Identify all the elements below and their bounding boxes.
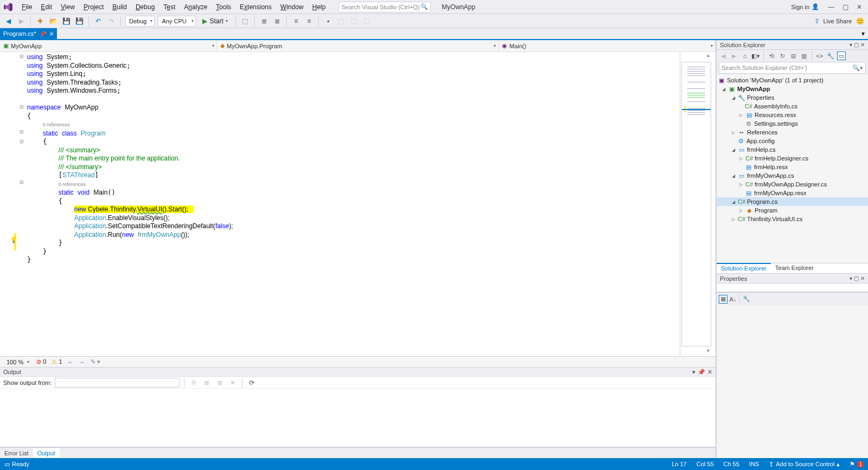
tree-frmhelp-designer[interactable]: ▷C#frmHelp.Designer.cs <box>717 154 868 163</box>
menu-tools[interactable]: Tools <box>212 2 235 12</box>
tb-b[interactable]: ≣ <box>259 16 269 26</box>
tb-h[interactable]: ⬚ <box>349 16 359 26</box>
menu-view[interactable]: View <box>56 2 79 12</box>
props-categorized[interactable]: ▦ <box>719 295 727 304</box>
scroll-up-icon[interactable]: ▴ <box>704 52 712 61</box>
pin-icon[interactable]: 📌 <box>698 369 705 376</box>
menu-window[interactable]: Window <box>276 2 308 12</box>
menu-debug[interactable]: Debug <box>131 2 159 12</box>
se-home[interactable]: ⌂ <box>741 51 749 60</box>
source-control-button[interactable]: ↥Add to Source Control ▴ <box>769 461 840 468</box>
errors-indicator[interactable]: ⊘ 0 <box>36 358 46 365</box>
sign-in-button[interactable]: Sign in👤 <box>791 3 819 10</box>
tree-settings[interactable]: ⚙Settings.settings <box>717 119 868 128</box>
se-sync[interactable]: ⟲ <box>767 51 776 60</box>
fold-icon[interactable]: ⊟ <box>20 139 24 144</box>
props-pages[interactable]: 🔧 <box>742 295 751 304</box>
props-alphabetical[interactable]: A↓ <box>729 295 737 304</box>
close-button[interactable]: ✕ <box>853 2 866 12</box>
tab-output[interactable]: Output <box>33 448 60 458</box>
out-btn-c[interactable]: ≣ <box>215 378 225 388</box>
tree-references[interactable]: ▷▪▪References <box>717 128 868 137</box>
out-btn-d[interactable]: ✕ <box>228 378 238 388</box>
out-btn-a[interactable]: ⎘ <box>189 378 199 388</box>
props-object-combo[interactable] <box>717 284 868 292</box>
code-editor[interactable]: 💡 ⊟ ⊟ ⊟ ⊟ ⊟ using System; using System.C… <box>0 52 716 356</box>
solution-explorer-search[interactable]: Search Solution Explorer (Ctrl+') 🔍▾ <box>719 62 866 74</box>
dropdown-icon[interactable]: ▾ <box>850 42 852 48</box>
nav-class-combo[interactable]: ◆MyOwnApp.Program <box>217 40 499 51</box>
expander-icon[interactable]: ◢ <box>731 95 736 100</box>
tb-e[interactable]: ≡ <box>304 16 314 26</box>
menu-help[interactable]: Help <box>308 2 330 12</box>
out-btn-e[interactable]: ⟳ <box>247 378 257 388</box>
expander-icon[interactable]: ▷ <box>738 113 744 118</box>
tree-frmhelp-resx[interactable]: ▤frmHelp.resx <box>717 163 868 171</box>
code-minimap[interactable]: ▴ ▾ <box>680 52 712 356</box>
prev-issue-button[interactable]: ← <box>68 359 74 365</box>
menu-project[interactable]: Project <box>79 2 108 12</box>
se-scope[interactable]: ◧▾ <box>751 51 760 60</box>
live-share-button[interactable]: Live Share <box>823 18 852 24</box>
nav-member-combo[interactable]: ◉Main() <box>499 40 716 51</box>
minimize-button[interactable]: — <box>825 2 838 12</box>
tab-overflow-button[interactable]: ▾ <box>858 28 868 39</box>
se-fwd[interactable]: ▶ <box>730 51 738 60</box>
quick-search-input[interactable]: Search Visual Studio (Ctrl+Q) 🔍 <box>339 2 431 12</box>
lightbulb-icon[interactable]: 💡 <box>10 236 17 243</box>
tb-a[interactable]: ⬚ <box>240 16 250 26</box>
nav-fwd-button[interactable]: ▶ <box>16 16 26 26</box>
close-pane-icon[interactable]: ✕ <box>860 275 865 281</box>
tree-frmown-resx[interactable]: ▤frmMyOwnApp.resx <box>717 189 868 197</box>
scroll-down-icon[interactable]: ▾ <box>704 347 712 356</box>
tb-c[interactable]: ≣ <box>272 16 282 26</box>
next-issue-button[interactable]: → <box>79 359 85 365</box>
tb-g[interactable]: ⬚ <box>336 16 346 26</box>
menu-analyze[interactable]: Analyze <box>180 2 212 12</box>
new-project-button[interactable]: ✚ <box>35 16 45 26</box>
tree-program-class[interactable]: ▷◆Program <box>717 206 868 215</box>
expander-icon[interactable]: ◢ <box>731 199 736 204</box>
se-collapse[interactable]: ⊟ <box>789 51 797 60</box>
tb-f[interactable]: ▪ <box>323 16 333 26</box>
expander-icon[interactable]: ◢ <box>731 173 736 178</box>
properties-header[interactable]: Properties ▾▢✕ <box>717 274 868 284</box>
menu-file[interactable]: File <box>17 2 36 12</box>
expander-icon[interactable]: ◢ <box>731 147 736 152</box>
menu-build[interactable]: Build <box>108 2 131 12</box>
menu-edit[interactable]: Edit <box>36 2 56 12</box>
start-debug-button[interactable]: ▶Start▾ <box>199 16 231 27</box>
maximize-button[interactable]: ▢ <box>839 2 852 12</box>
feedback-button[interactable]: 🙂 <box>855 16 865 26</box>
se-back[interactable]: ◀ <box>719 51 727 60</box>
tree-frmown[interactable]: ◢▭frmMyOwnApp.cs <box>717 171 868 180</box>
close-tab-icon[interactable]: ✕ <box>49 31 54 37</box>
solution-explorer-header[interactable]: Solution Explorer ▾▢✕ <box>717 40 868 50</box>
expander-icon[interactable]: ▷ <box>731 130 736 135</box>
menu-extensions[interactable]: Extensions <box>235 2 276 12</box>
tree-thinfinity[interactable]: ▷C#Thinfinity.VirtualUI.cs <box>717 215 868 223</box>
expander-icon[interactable]: ▷ <box>738 156 744 161</box>
tree-appconfig[interactable]: ⚙App.config <box>717 137 868 145</box>
tb-d[interactable]: ≡ <box>291 16 301 26</box>
out-btn-b[interactable]: ≣ <box>202 378 212 388</box>
pin-icon[interactable]: ▢ <box>854 42 859 48</box>
fold-icon[interactable]: ⊟ <box>20 129 24 134</box>
output-panel-header[interactable]: Output ▾📌✕ <box>0 367 716 377</box>
close-panel-icon[interactable]: ✕ <box>707 369 712 376</box>
tree-programcs[interactable]: ◢C#Program.cs <box>717 197 868 206</box>
se-refresh[interactable]: ↻ <box>778 51 787 60</box>
nav-back-button[interactable]: ◀ <box>3 16 13 26</box>
save-all-button[interactable]: 💾 <box>74 16 84 26</box>
fold-icon[interactable]: ⊟ <box>20 179 24 185</box>
tree-frmown-designer[interactable]: ▷C#frmMyOwnApp.Designer.cs <box>717 180 868 189</box>
solution-tree[interactable]: ▣Solution 'MyOwnApp' (1 of 1 project) ◢▣… <box>717 75 868 263</box>
document-tab-program[interactable]: Program.cs* 📌 ✕ <box>0 28 57 39</box>
expander-icon[interactable]: ▷ <box>738 208 744 213</box>
se-preview[interactable]: ▭ <box>837 51 846 60</box>
tab-error-list[interactable]: Error List <box>0 449 33 458</box>
fold-icon[interactable]: ⊟ <box>20 54 24 59</box>
expander-icon[interactable]: ▷ <box>738 182 744 187</box>
fold-icon[interactable]: ⊟ <box>20 104 24 110</box>
properties-grid[interactable] <box>717 305 868 458</box>
